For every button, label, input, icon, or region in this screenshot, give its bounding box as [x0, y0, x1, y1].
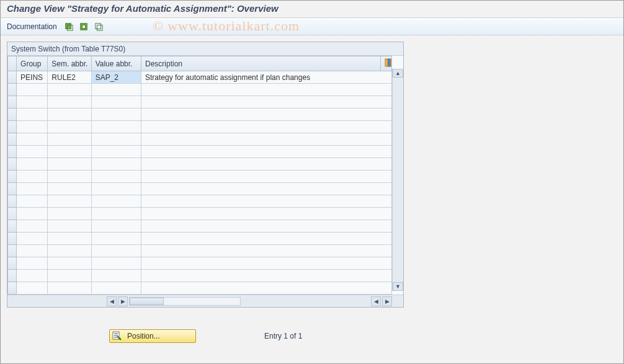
row-marker[interactable]: [8, 245, 17, 257]
cell-sem-abbr[interactable]: [48, 257, 91, 270]
cell-value-abbr[interactable]: [91, 282, 141, 295]
cell-description[interactable]: [141, 220, 392, 233]
table-row[interactable]: [8, 133, 392, 146]
row-marker[interactable]: [8, 183, 17, 195]
row-marker[interactable]: [8, 257, 17, 270]
cell-group[interactable]: [17, 96, 48, 109]
row-marker[interactable]: [8, 109, 17, 121]
select-all-icon[interactable]: [63, 21, 74, 32]
row-marker[interactable]: [8, 146, 17, 158]
cell-sem-abbr[interactable]: [48, 245, 91, 257]
cell-description[interactable]: [141, 146, 392, 158]
scroll-down-icon[interactable]: ▼: [393, 282, 403, 291]
cell-value-abbr[interactable]: [91, 233, 141, 245]
table-row[interactable]: [8, 257, 392, 270]
table-row[interactable]: [8, 109, 392, 121]
table-row[interactable]: [8, 171, 392, 183]
table-row[interactable]: [8, 282, 392, 295]
hscroll-thumb[interactable]: [130, 298, 164, 305]
cell-description[interactable]: [141, 245, 392, 257]
cell-group[interactable]: [17, 220, 48, 233]
cell-sem-abbr[interactable]: [48, 96, 91, 109]
cell-description[interactable]: Strategy for automatic assignment if pla…: [141, 71, 392, 84]
cell-sem-abbr[interactable]: [48, 109, 91, 121]
cell-description[interactable]: [141, 208, 392, 220]
table-row[interactable]: [8, 270, 392, 282]
cell-description[interactable]: [141, 84, 392, 96]
scroll-up-icon[interactable]: ▲: [393, 69, 403, 78]
table-row[interactable]: PEINSRULE2SAP_2Strategy for automatic as…: [8, 71, 392, 84]
row-marker[interactable]: [8, 282, 17, 295]
scroll-first-icon[interactable]: ◀: [107, 296, 117, 306]
cell-sem-abbr[interactable]: [48, 146, 91, 158]
position-button[interactable]: Position...: [109, 329, 196, 343]
cell-sem-abbr[interactable]: [48, 183, 91, 195]
cell-value-abbr[interactable]: [91, 245, 141, 257]
column-header-value-abbr[interactable]: Value abbr.: [91, 56, 141, 71]
cell-group[interactable]: [17, 121, 48, 133]
cell-description[interactable]: [141, 270, 392, 282]
cell-sem-abbr[interactable]: [48, 133, 91, 146]
column-header-group[interactable]: Group: [17, 56, 48, 71]
table-row[interactable]: [8, 245, 392, 257]
cell-group[interactable]: [17, 133, 48, 146]
cell-value-abbr[interactable]: [91, 183, 141, 195]
cell-sem-abbr[interactable]: [48, 220, 91, 233]
scroll-left-icon[interactable]: ▶: [118, 296, 128, 306]
scroll-last-icon[interactable]: ▶: [382, 296, 392, 306]
cell-value-abbr[interactable]: [91, 158, 141, 171]
cell-sem-abbr[interactable]: [48, 282, 91, 295]
cell-value-abbr[interactable]: [91, 109, 141, 121]
cell-value-abbr[interactable]: [91, 171, 141, 183]
cell-value-abbr[interactable]: [91, 208, 141, 220]
table-row[interactable]: [8, 146, 392, 158]
select-block-icon[interactable]: [78, 21, 89, 32]
cell-sem-abbr[interactable]: [48, 158, 91, 171]
cell-description[interactable]: [141, 257, 392, 270]
cell-description[interactable]: [141, 171, 392, 183]
cell-group[interactable]: [17, 282, 48, 295]
table-row[interactable]: [8, 195, 392, 208]
row-marker[interactable]: [8, 121, 17, 133]
row-marker[interactable]: [8, 158, 17, 171]
cell-sem-abbr[interactable]: [48, 233, 91, 245]
column-header-sem-abbr[interactable]: Sem. abbr.: [48, 56, 91, 71]
cell-group[interactable]: [17, 171, 48, 183]
scroll-right-icon[interactable]: ◀: [371, 296, 381, 306]
cell-description[interactable]: [141, 233, 392, 245]
table-row[interactable]: [8, 220, 392, 233]
cell-sem-abbr[interactable]: [48, 195, 91, 208]
table-row[interactable]: [8, 158, 392, 171]
table-row[interactable]: [8, 84, 392, 96]
cell-group[interactable]: [17, 233, 48, 245]
cell-description[interactable]: [141, 195, 392, 208]
cell-sem-abbr[interactable]: [48, 84, 91, 96]
cell-group[interactable]: [17, 208, 48, 220]
cell-value-abbr[interactable]: [91, 257, 141, 270]
cell-value-abbr[interactable]: [91, 84, 141, 96]
cell-group[interactable]: [17, 183, 48, 195]
cell-description[interactable]: [141, 121, 392, 133]
vertical-scrollbar[interactable]: ▲ ▼: [392, 69, 403, 291]
deselect-all-icon[interactable]: [93, 21, 104, 32]
table-row[interactable]: [8, 233, 392, 245]
row-marker[interactable]: [8, 208, 17, 220]
cell-group[interactable]: [17, 109, 48, 121]
cell-value-abbr[interactable]: [91, 195, 141, 208]
table-row[interactable]: [8, 208, 392, 220]
cell-group[interactable]: [17, 270, 48, 282]
row-marker[interactable]: [8, 220, 17, 233]
table-row[interactable]: [8, 121, 392, 133]
column-header-description[interactable]: Description: [141, 56, 381, 71]
cell-sem-abbr[interactable]: [48, 270, 91, 282]
row-marker[interactable]: [8, 171, 17, 183]
cell-group[interactable]: [17, 195, 48, 208]
cell-description[interactable]: [141, 282, 392, 295]
row-marker[interactable]: [8, 133, 17, 146]
documentation-button[interactable]: Documentation: [7, 22, 57, 31]
cell-group[interactable]: [17, 245, 48, 257]
cell-description[interactable]: [141, 133, 392, 146]
cell-sem-abbr[interactable]: RULE2: [48, 71, 91, 84]
cell-value-abbr[interactable]: [91, 146, 141, 158]
cell-description[interactable]: [141, 183, 392, 195]
